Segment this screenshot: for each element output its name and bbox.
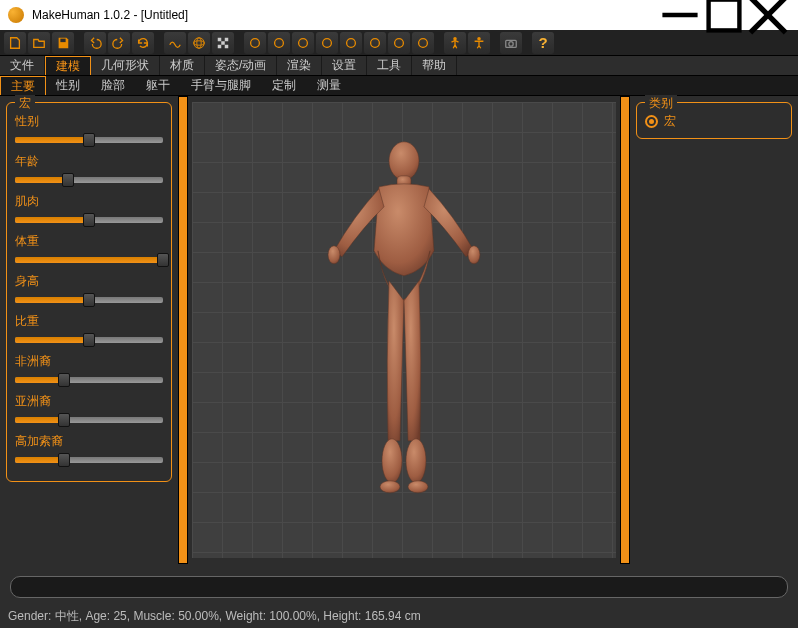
cam-left-button[interactable]	[292, 32, 314, 54]
toolbar-separator	[492, 32, 498, 54]
svg-point-24	[509, 41, 513, 45]
help-button[interactable]: ?	[532, 32, 554, 54]
param-slider[interactable]	[15, 373, 163, 387]
svg-point-16	[323, 38, 332, 47]
sub-menu-item[interactable]: 手臂与腿脚	[181, 76, 262, 95]
main-menu-item[interactable]: 帮助	[412, 56, 457, 75]
param-slider[interactable]	[15, 413, 163, 427]
param-row: 非洲裔	[15, 353, 163, 387]
toolbar-separator	[236, 32, 242, 54]
svg-rect-1	[709, 0, 740, 30]
viewport-3d[interactable]	[192, 102, 616, 558]
human-figure	[294, 131, 514, 514]
cam-persp-button[interactable]	[388, 32, 410, 54]
category-panel-title: 类别	[645, 95, 677, 112]
param-row: 亚洲裔	[15, 393, 163, 427]
cam-right-button[interactable]	[316, 32, 338, 54]
main-menu: 文件建模几何形状材质姿态/动画渲染设置工具帮助	[0, 56, 798, 76]
param-label: 肌肉	[15, 193, 163, 210]
close-button[interactable]	[746, 0, 790, 30]
pose-t-button[interactable]	[468, 32, 490, 54]
main-menu-item[interactable]: 渲染	[277, 56, 322, 75]
param-row: 体重	[15, 233, 163, 267]
camera-button[interactable]	[500, 32, 522, 54]
param-slider[interactable]	[15, 333, 163, 347]
sub-menu-item[interactable]: 主要	[0, 76, 46, 95]
viewport-wrap	[178, 96, 630, 564]
main-menu-item[interactable]: 工具	[367, 56, 412, 75]
wireframe-button[interactable]	[188, 32, 210, 54]
sub-menu-item[interactable]: 躯干	[136, 76, 181, 95]
category-option-label: 宏	[664, 113, 676, 130]
open-file-button[interactable]	[28, 32, 50, 54]
param-slider[interactable]	[15, 293, 163, 307]
param-label: 非洲裔	[15, 353, 163, 370]
svg-rect-10	[221, 41, 225, 45]
redo-button[interactable]	[108, 32, 130, 54]
main-menu-item[interactable]: 设置	[322, 56, 367, 75]
category-option-macro[interactable]: 宏	[645, 113, 783, 130]
refresh-button[interactable]	[132, 32, 154, 54]
cam-back-button[interactable]	[268, 32, 290, 54]
svg-point-15	[299, 38, 308, 47]
sub-menu-item[interactable]: 定制	[262, 76, 307, 95]
radio-selected-icon	[645, 115, 658, 128]
param-row: 年龄	[15, 153, 163, 187]
cam-top-button[interactable]	[340, 32, 362, 54]
param-slider[interactable]	[15, 133, 163, 147]
param-label: 性别	[15, 113, 163, 130]
param-row: 高加索裔	[15, 433, 163, 467]
svg-point-13	[251, 38, 260, 47]
status-muscle-label: Muscle:	[133, 609, 174, 623]
macro-panel: 宏 性别年龄肌肉体重身高比重非洲裔亚洲裔高加索裔	[6, 102, 172, 482]
svg-point-28	[468, 246, 480, 264]
svg-point-14	[275, 38, 284, 47]
param-label: 体重	[15, 233, 163, 250]
param-row: 比重	[15, 313, 163, 347]
svg-point-32	[408, 481, 428, 493]
param-label: 年龄	[15, 153, 163, 170]
svg-point-17	[347, 38, 356, 47]
main-menu-item[interactable]: 建模	[45, 56, 91, 75]
status-height-label: Height:	[323, 609, 361, 623]
titlebar: MakeHuman 1.0.2 - [Untitled]	[0, 0, 798, 30]
param-label: 亚洲裔	[15, 393, 163, 410]
cam-ortho-button[interactable]	[412, 32, 434, 54]
param-label: 高加索裔	[15, 433, 163, 450]
svg-point-25	[389, 142, 419, 180]
status-age-label: Age:	[85, 609, 110, 623]
sub-menu-item[interactable]: 性别	[46, 76, 91, 95]
save-file-button[interactable]	[52, 32, 74, 54]
main-menu-item[interactable]: 文件	[0, 56, 45, 75]
cam-front-button[interactable]	[244, 32, 266, 54]
param-slider[interactable]	[15, 213, 163, 227]
sub-menu-item[interactable]: 脸部	[91, 76, 136, 95]
main-menu-item[interactable]: 几何形状	[91, 56, 160, 75]
param-slider[interactable]	[15, 173, 163, 187]
sub-menu-item[interactable]: 测量	[307, 76, 352, 95]
main-menu-item[interactable]: 材质	[160, 56, 205, 75]
viewport-scrollbar-right[interactable]	[620, 96, 630, 564]
status-weight-label: Weight:	[226, 609, 266, 623]
viewport-scrollbar-left[interactable]	[178, 96, 188, 564]
param-row: 身高	[15, 273, 163, 307]
param-slider[interactable]	[15, 253, 163, 267]
param-row: 肌肉	[15, 193, 163, 227]
smooth-button[interactable]	[164, 32, 186, 54]
status-gender-label: Gender:	[8, 609, 51, 623]
cam-bottom-button[interactable]	[364, 32, 386, 54]
minimize-button[interactable]	[658, 0, 702, 30]
main-menu-item[interactable]: 姿态/动画	[205, 56, 277, 75]
macro-panel-title: 宏	[15, 95, 35, 112]
new-file-button[interactable]	[4, 32, 26, 54]
svg-point-6	[194, 40, 205, 44]
maximize-button[interactable]	[702, 0, 746, 30]
pose-a-button[interactable]	[444, 32, 466, 54]
undo-button[interactable]	[84, 32, 106, 54]
search-input[interactable]	[10, 576, 788, 598]
checker-button[interactable]	[212, 32, 234, 54]
param-label: 身高	[15, 273, 163, 290]
param-slider[interactable]	[15, 453, 163, 467]
svg-point-7	[197, 37, 201, 48]
status-weight-value: 100.00%	[269, 609, 316, 623]
